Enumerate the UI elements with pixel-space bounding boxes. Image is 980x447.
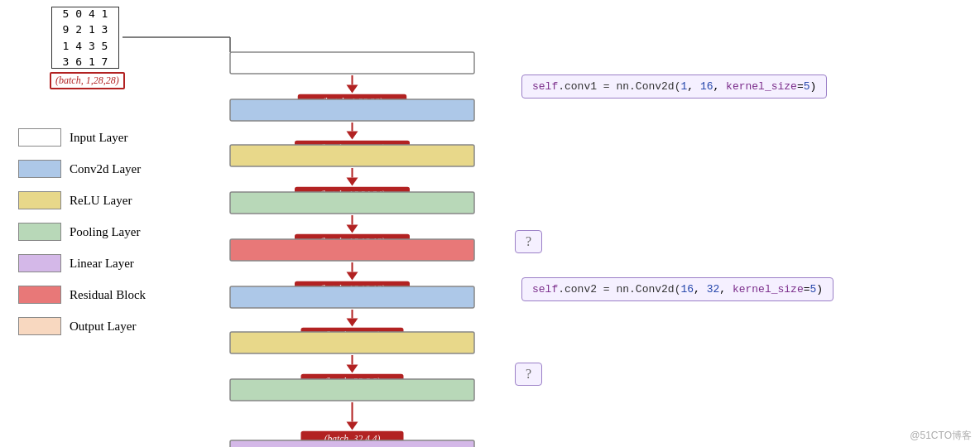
question-mark-1: ? [515, 230, 542, 253]
question-mark-2: ? [515, 363, 542, 386]
svg-rect-37 [230, 379, 474, 401]
svg-rect-44 [230, 440, 474, 447]
code-box-1: self.conv1 = nn.Conv2d(1, 16, kernel_siz… [521, 74, 827, 99]
watermark: @51CTO博客 [910, 429, 972, 443]
svg-marker-4 [347, 85, 358, 94]
svg-marker-9 [347, 132, 358, 140]
main-container: Input Layer Conv2d Layer ReLU Layer Pool… [0, 0, 980, 447]
svg-rect-12 [230, 145, 474, 166]
code-box-2: self.conv2 = nn.Conv2d(16, 32, kernel_si… [521, 277, 833, 301]
svg-rect-27 [230, 286, 474, 308]
svg-marker-39 [347, 422, 358, 430]
svg-rect-2 [230, 52, 474, 74]
network-diagram-svg: (batch, 1,28,28)(batch, 16,24,24)(batch,… [0, 0, 980, 447]
svg-marker-29 [347, 319, 358, 327]
svg-marker-24 [347, 272, 358, 281]
svg-marker-19 [347, 225, 358, 233]
svg-rect-22 [230, 239, 474, 261]
svg-rect-17 [230, 192, 474, 214]
svg-rect-7 [230, 99, 474, 121]
svg-rect-32 [230, 332, 474, 353]
svg-marker-14 [347, 178, 358, 186]
svg-marker-34 [347, 365, 358, 373]
